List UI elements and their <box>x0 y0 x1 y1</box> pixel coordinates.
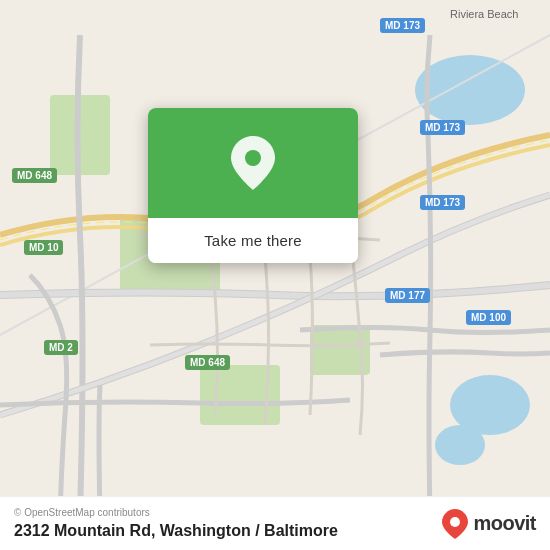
badge-md177: MD 177 <box>385 288 430 303</box>
address-short: 2312 Mountain Rd <box>14 522 151 539</box>
badge-md10: MD 10 <box>24 240 63 255</box>
popup-card: Take me there <box>148 108 358 263</box>
badge-md173-2: MD 173 <box>420 120 465 135</box>
popup-green-area <box>148 108 358 218</box>
svg-point-2 <box>435 425 485 465</box>
badge-md648-2: MD 648 <box>185 355 230 370</box>
map-roads-svg <box>0 0 550 550</box>
address-comma: , <box>151 522 160 539</box>
moovit-logo: moovit <box>441 508 536 540</box>
location-pin <box>227 137 279 189</box>
svg-point-0 <box>415 55 525 125</box>
bottom-bar: © OpenStreetMap contributors 2312 Mounta… <box>0 496 550 550</box>
badge-md648-1: MD 648 <box>12 168 57 183</box>
svg-point-11 <box>450 517 460 527</box>
badge-md173-1: MD 173 <box>380 18 425 33</box>
moovit-pin-icon <box>441 508 469 540</box>
take-me-there-button[interactable]: Take me there <box>148 218 358 263</box>
svg-point-10 <box>245 150 261 166</box>
badge-md100: MD 100 <box>466 310 511 325</box>
moovit-text: moovit <box>473 512 536 535</box>
badge-md173-3: MD 173 <box>420 195 465 210</box>
badge-md2: MD 2 <box>44 340 78 355</box>
map-container: MD 173 MD 173 MD 173 MD 177 MD 100 MD 64… <box>0 0 550 550</box>
osm-credit: © OpenStreetMap contributors <box>14 507 338 518</box>
bottom-bar-left: © OpenStreetMap contributors 2312 Mounta… <box>14 507 338 540</box>
address-text: 2312 Mountain Rd, Washington / Baltimore <box>14 522 338 540</box>
riviera-beach-label: Riviera Beach <box>450 8 518 20</box>
address-region: Washington / Baltimore <box>160 522 338 539</box>
